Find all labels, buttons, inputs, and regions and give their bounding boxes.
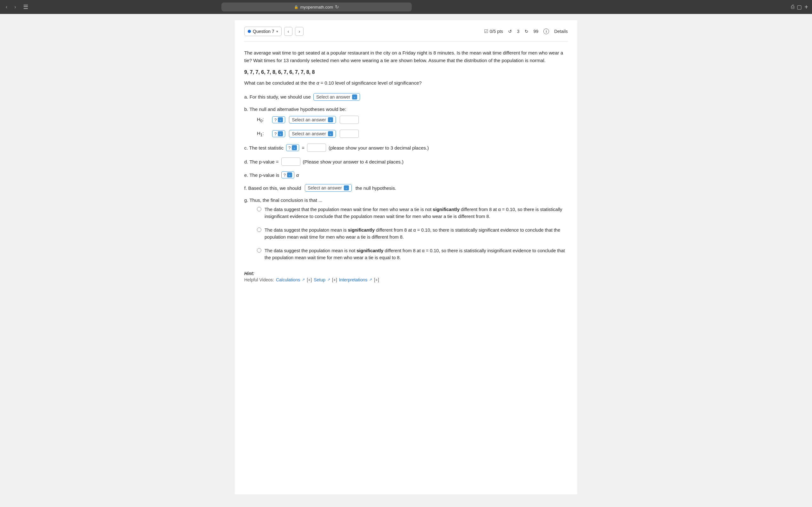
question-selector: Question 7 ▾ ‹ › — [244, 26, 304, 36]
part-e-label: e. The p-value is — [244, 172, 280, 178]
h0-select[interactable]: Select an answer ⬦ — [289, 116, 336, 124]
next-question-button[interactable]: › — [295, 27, 304, 36]
radio-2-bold: significantly — [348, 228, 375, 233]
radio-3-bold: significantly — [357, 248, 384, 253]
part-c-row: c. The test statistic ? ⬦ = (please show… — [244, 144, 568, 152]
h0-q-chevron: ⬦ — [278, 117, 283, 122]
h1-select[interactable]: Select an answer ⬦ — [289, 130, 336, 137]
interpretations-expand: [+] — [374, 277, 379, 282]
reload-button[interactable]: ↻ — [335, 4, 339, 10]
part-e-alpha: α — [296, 172, 299, 178]
question-header: Question 7 ▾ ‹ › ☑ 0/5 pts ↺ 3 ↻ 99 i De… — [244, 26, 568, 42]
part-d-label: d. The p-value = — [244, 159, 279, 164]
browser-chrome: ‹ › ☰ 🔒 myopenmath.com ↻ ⎙ ▢ + — [0, 0, 812, 14]
radio-1-bold: significantly — [433, 207, 460, 212]
share-button[interactable]: ⎙ — [791, 4, 794, 10]
h0-row: H0: ? ⬦ Select an answer ⬦ — [257, 116, 568, 124]
url-text: myopenmath.com — [300, 5, 333, 9]
radio-3-input[interactable] — [257, 248, 261, 252]
part-f-label: f. Based on this, we should — [244, 185, 301, 191]
add-tab-button[interactable]: + — [804, 3, 808, 11]
part-a-select[interactable]: Select an answer ⬦ — [313, 93, 360, 101]
part-b: b. The null and alternative hypotheses w… — [244, 107, 568, 138]
hypothesis-block: H0: ? ⬦ Select an answer ⬦ H1: ? ⬦ S — [257, 116, 568, 138]
part-g-label: g. Thus, the final conclusion is that ..… — [244, 198, 322, 203]
history-count: 3 — [517, 29, 519, 34]
details-link[interactable]: Details — [554, 29, 568, 34]
h1-label: H1: — [257, 130, 270, 137]
p-value-input[interactable] — [281, 158, 300, 166]
hint-label: Hint: — [244, 271, 568, 276]
part-f: f. Based on this, we should Select an an… — [244, 184, 568, 192]
h0-select-text: Select an answer — [292, 117, 326, 122]
retry-icon: ↻ — [525, 29, 528, 34]
calculations-ext-icon: ↗ — [302, 278, 305, 282]
radio-option-1: The data suggest that the population mea… — [257, 206, 568, 220]
dropdown-chevron: ▾ — [276, 30, 278, 34]
h0-label: H0: — [257, 117, 270, 123]
radio-1-text: The data suggest that the population mea… — [264, 206, 568, 220]
h1-q-button[interactable]: ? ⬦ — [272, 130, 285, 137]
h0-value-input[interactable] — [340, 116, 359, 124]
problem-intro: The average wait time to get seated at a… — [244, 49, 568, 64]
part-a-select-text: Select an answer — [316, 95, 350, 100]
part-c-label: c. The test statistic — [244, 145, 284, 151]
address-bar[interactable]: 🔒 myopenmath.com ↻ — [221, 3, 412, 11]
h0-q-button[interactable]: ? ⬦ — [272, 116, 285, 123]
sidebar-button[interactable]: ☰ — [21, 2, 30, 12]
history-icon: ↺ — [508, 29, 512, 34]
setup-ext-icon: ↗ — [327, 278, 330, 282]
part-c: c. The test statistic ? ⬦ = (please show… — [244, 144, 568, 152]
radio-2-before: The data suggest the populaton mean is — [264, 228, 348, 233]
hint-section: Hint: Helpful Videos: Calculations ↗ [+]… — [244, 271, 568, 282]
part-f-select-text: Select an answer — [308, 185, 342, 190]
part-c-note: (please show your answer to 3 decimal pl… — [328, 145, 429, 151]
radio-2-input[interactable] — [257, 228, 261, 232]
part-c-q-button[interactable]: ? ⬦ — [286, 144, 299, 151]
radio-1-before: The data suggest that the population mea… — [264, 207, 433, 212]
radio-3-text: The data suggest the population mean is … — [264, 247, 568, 262]
lock-icon: 🔒 — [294, 5, 299, 9]
parts-list: a. For this study, we should use Select … — [244, 93, 568, 262]
radio-2-text: The data suggest the populaton mean is s… — [264, 227, 568, 241]
part-b-label: b. The null and alternative hypotheses w… — [244, 107, 346, 112]
forward-button[interactable]: › — [12, 3, 18, 11]
hint-links: Helpful Videos: Calculations ↗ [+] Setup… — [244, 277, 568, 282]
prev-question-button[interactable]: ‹ — [284, 27, 293, 36]
browser-actions: ⎙ ▢ + — [791, 3, 808, 11]
radio-options: The data suggest that the population mea… — [257, 206, 568, 262]
part-e-q-button[interactable]: ? ⬦ — [281, 171, 294, 178]
calculations-expand: [+] — [307, 277, 312, 282]
part-e-chevron: ⬦ — [287, 172, 292, 177]
pts-label: 0/5 pts — [490, 29, 503, 34]
page-wrapper: Question 7 ▾ ‹ › ☑ 0/5 pts ↺ 3 ↻ 99 i De… — [0, 14, 812, 507]
radio-1-input[interactable] — [257, 207, 261, 211]
question-label: Question 7 — [253, 29, 274, 34]
h1-q-chevron: ⬦ — [278, 131, 283, 136]
part-f-select[interactable]: Select an answer ⬦ — [305, 184, 351, 192]
part-c-chevron: ⬦ — [292, 145, 297, 150]
question-dropdown[interactable]: Question 7 ▾ — [244, 26, 282, 36]
part-f-select-chevron: ⬦ — [344, 185, 349, 190]
h0-select-chevron: ⬦ — [328, 117, 333, 122]
part-a-label: a. For this study, we should use — [244, 94, 311, 100]
radio-3-before: The data suggest the population mean is … — [264, 248, 357, 253]
check-icon: ☑ — [484, 29, 488, 34]
h1-row: H1: ? ⬦ Select an answer ⬦ — [257, 130, 568, 138]
tab-button[interactable]: ▢ — [797, 4, 802, 10]
alpha-symbol: α — [316, 80, 319, 86]
problem-data: 9, 7, 7, 6, 7, 8, 6, 7, 6, 7, 7, 8, 8 — [244, 69, 568, 75]
calculations-link[interactable]: Calculations — [276, 277, 300, 282]
header-right: ☑ 0/5 pts ↺ 3 ↻ 99 i Details — [484, 29, 568, 34]
retry-count: 99 — [534, 29, 539, 34]
h1-select-chevron: ⬦ — [328, 131, 333, 136]
h1-value-input[interactable] — [340, 130, 359, 138]
radio-option-3: The data suggest the population mean is … — [257, 247, 568, 262]
part-e-row: e. The p-value is ? ⬦ α — [244, 171, 568, 178]
back-button[interactable]: ‹ — [4, 3, 9, 11]
part-a-chevron: ⬦ — [352, 95, 357, 100]
setup-link[interactable]: Setup — [314, 277, 325, 282]
test-stat-input[interactable] — [307, 144, 326, 152]
interpretations-ext-icon: ↗ — [369, 278, 372, 282]
interpretations-link[interactable]: Interpretations — [339, 277, 368, 282]
